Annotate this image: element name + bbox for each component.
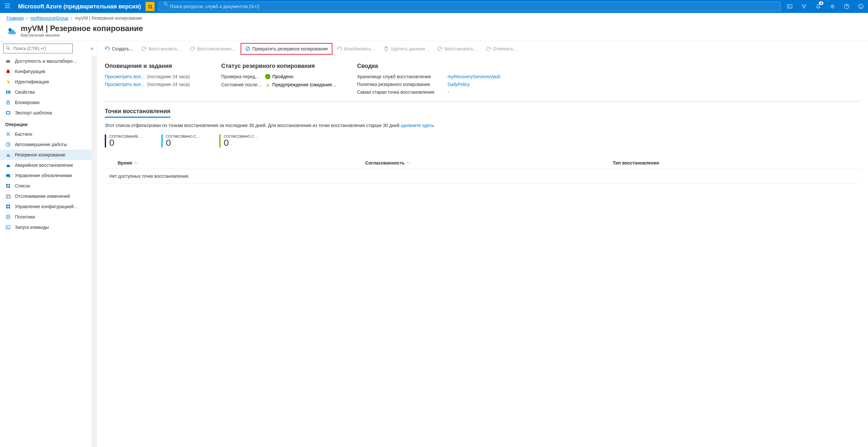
- global-search-input[interactable]: [158, 2, 781, 11]
- svg-point-8: [862, 5, 862, 6]
- command-bar: Создать… Восстановить… Восстановление… П…: [97, 41, 868, 57]
- sidebar-item[interactable]: Доступность и масштабиро…: [0, 56, 97, 66]
- sidebar-item[interactable]: Свойства: [0, 87, 97, 97]
- nav-label: Доступность и масштабиро…: [15, 59, 77, 64]
- sidebar-item[interactable]: Конфигурация: [0, 66, 97, 76]
- undo-icon: [486, 46, 491, 52]
- stat-tile[interactable]: СОГЛАСОВАНО С…0: [161, 134, 200, 148]
- nav-label: Отслеживание изменений: [15, 194, 70, 199]
- sidebar-item[interactable]: Управление конфигурацией…: [0, 201, 97, 212]
- view-all-jobs-link[interactable]: Просмотреть все…: [105, 82, 145, 87]
- svg-rect-17: [9, 91, 10, 94]
- notifications-icon[interactable]: 4: [811, 0, 825, 13]
- cloud-shell-icon[interactable]: [783, 0, 797, 13]
- sidebar-item[interactable]: Политики: [0, 212, 97, 222]
- search-icon: [6, 46, 10, 52]
- nav-icon: [5, 203, 11, 210]
- svg-rect-20: [7, 112, 9, 114]
- stat-tile[interactable]: СОГЛАСОВАНО С…0: [219, 134, 258, 148]
- nav-label: Управление обновлениями: [15, 173, 72, 178]
- sidebar-item[interactable]: Отслеживание изменений: [0, 191, 97, 201]
- sidebar-item[interactable]: Аварийное восстановление: [0, 160, 97, 170]
- delete-data-button: Удалить данные…: [380, 44, 433, 53]
- nav-icon: [5, 58, 11, 64]
- hamburger-menu[interactable]: [0, 3, 15, 10]
- svg-point-9: [8, 28, 12, 31]
- main: Создать… Восстановить… Восстановление… П…: [97, 41, 868, 447]
- svg-point-6: [859, 4, 863, 9]
- svg-rect-28: [6, 195, 9, 198]
- stat-tile[interactable]: СОГЛАСОВАНИЕ…0: [105, 134, 142, 148]
- stat-value: 0: [224, 138, 258, 148]
- filter-click-here-link[interactable]: щелкните здесь: [401, 123, 434, 128]
- resume-icon: [337, 46, 342, 52]
- nav-icon: [5, 172, 11, 179]
- cmd-label: Восстановление…: [197, 46, 236, 52]
- sidebar-item[interactable]: Запуск команды: [0, 222, 97, 232]
- sidebar-item[interactable]: Резервное копирование: [0, 150, 97, 160]
- help-icon[interactable]: [840, 0, 854, 13]
- topbar: Microsoft Azure (предварительная версия)…: [0, 0, 868, 13]
- svg-rect-15: [6, 91, 7, 94]
- nav-icon: [5, 224, 11, 230]
- filter-description: Этот список отфильтрован по точкам восст…: [105, 123, 860, 128]
- sidebar-item[interactable]: Экспорт шаблона: [0, 108, 97, 118]
- breadcrumb-home[interactable]: Главная: [6, 15, 24, 21]
- svg-rect-31: [8, 204, 10, 206]
- scrollbar-thumb[interactable]: [92, 56, 96, 82]
- last-backup-label: Состояние послед…: [221, 82, 263, 87]
- sidebar-section-header: Операции: [0, 118, 97, 129]
- nav-icon: [5, 141, 11, 148]
- sort-icon: ↑↓: [134, 161, 138, 165]
- settings-icon[interactable]: [825, 0, 840, 13]
- oldest-value: -: [447, 90, 500, 95]
- col-time[interactable]: Время↑↓: [118, 160, 365, 165]
- cancel-button: Отменить…: [483, 44, 521, 53]
- last-backup-value: Предупреждение (ожидание…: [272, 82, 337, 87]
- notification-badge: 4: [819, 1, 824, 5]
- cmd-label: Создать…: [112, 46, 133, 52]
- summary-panel: Сводка Хранилище служб восстановления my…: [357, 63, 500, 95]
- directory-filter-icon[interactable]: [797, 0, 811, 13]
- col-consistency[interactable]: Согласованность↑↓: [365, 160, 613, 165]
- undo-icon: [141, 46, 147, 52]
- sidebar-item[interactable]: Блокировки: [0, 97, 97, 108]
- cmd-label: Прекратить резервное копирование: [252, 46, 328, 52]
- sidebar-collapse-icon[interactable]: «: [91, 45, 93, 52]
- svg-rect-12: [6, 71, 10, 73]
- col-type[interactable]: Тип восстановления: [613, 160, 860, 165]
- resume-backup-button: Возобновить…: [334, 44, 379, 53]
- sidebar-item[interactable]: Идентификация: [0, 76, 97, 87]
- preview-bug-icon[interactable]: [146, 2, 155, 11]
- cmd-label: Отменить…: [493, 46, 518, 52]
- policy-link[interactable]: DailyPolicy: [447, 82, 500, 87]
- vm-cloud-icon: [6, 25, 18, 36]
- svg-rect-27: [8, 186, 10, 188]
- vault-link[interactable]: myRecoveryServicesVault: [447, 74, 500, 79]
- svg-point-10: [6, 46, 9, 49]
- svg-point-3: [832, 5, 833, 7]
- alerts-timeframe: (последние 24 часа): [147, 74, 190, 79]
- sidebar-search-input[interactable]: [3, 44, 73, 53]
- sidebar-item[interactable]: Список: [0, 181, 97, 191]
- svg-rect-2: [787, 5, 792, 8]
- sidebar-item[interactable]: Управление обновлениями: [0, 170, 97, 181]
- create-backup-button[interactable]: Создать…: [101, 44, 137, 53]
- restore-button-2: Восстановить…: [434, 44, 481, 53]
- feedback-icon[interactable]: [854, 0, 868, 13]
- view-all-alerts-link[interactable]: Просмотреть все…: [105, 74, 145, 79]
- stop-backup-button[interactable]: Прекратить резервное копирование: [241, 43, 333, 55]
- filter-text-b: .: [434, 123, 435, 128]
- oldest-key: Самая старая точка восстановления: [357, 90, 441, 95]
- sidebar-item[interactable]: Бастион: [0, 129, 97, 139]
- trash-icon: [383, 46, 389, 52]
- sidebar-item[interactable]: Автозавершение работы: [0, 139, 97, 150]
- svg-rect-13: [7, 70, 9, 71]
- brand-label[interactable]: Microsoft Azure (предварительная версия): [15, 3, 144, 10]
- cmd-label: Восстановить…: [444, 46, 478, 52]
- svg-point-23: [8, 175, 10, 178]
- breadcrumb-resource-group[interactable]: myResourceGroup: [30, 15, 68, 21]
- tab-restore-points[interactable]: Точки восстановления: [105, 108, 170, 118]
- cmd-label: Удалить данные…: [391, 46, 430, 52]
- nav-label: Идентификация: [15, 79, 49, 84]
